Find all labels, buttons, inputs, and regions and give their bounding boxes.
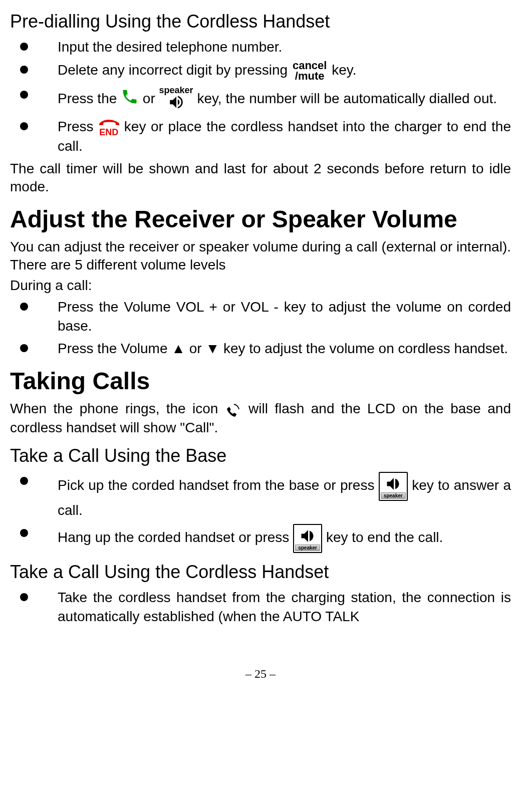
base-speaker-key-icon: speaker [293, 524, 322, 553]
adjust-volume-list: Press the Volume VOL + or VOL - key to a… [10, 298, 511, 358]
list-item: Press the or speaker key, the number wil… [10, 86, 511, 113]
cancel-mute-key-icon: cancel/mute [292, 61, 328, 82]
adjust-volume-during: During a call: [10, 277, 511, 295]
list-item: Input the desired telephone number. [10, 38, 511, 57]
text: Pick up the corded handset from the base… [58, 478, 379, 493]
list-item: Press END key or place the cordless hand… [10, 117, 511, 156]
predialling-list: Input the desired telephone number. Dele… [10, 38, 511, 156]
taking-calls-paragraph: When the phone rings, the icon will flas… [10, 400, 511, 437]
list-item: Delete any incorrect digit by pressing c… [10, 61, 511, 82]
heading-take-base: Take a Call Using the Base [10, 444, 511, 467]
list-item: Hang up the corded handset or press spea… [10, 524, 511, 553]
heading-take-cordless: Take a Call Using the Cordless Handset [10, 561, 511, 583]
text: Press the Volume VOL + or VOL - key to a… [58, 299, 511, 334]
ringing-handset-icon [225, 400, 242, 418]
heading-adjust-volume: Adjust the Receiver or Speaker Volume [10, 206, 511, 233]
list-item: Take the cordless handset from the charg… [10, 588, 511, 626]
list-item: Pick up the corded handset from the base… [10, 472, 511, 520]
speaker-key-icon: speaker [159, 86, 193, 113]
adjust-volume-intro: You can adjust the receiver or speaker v… [10, 238, 511, 275]
text: Hang up the corded handset or press [58, 529, 293, 545]
text: key or place the cordless handset into t… [58, 119, 511, 154]
text: Delete any incorrect digit by pressing [58, 62, 292, 78]
page-number: – 25 – [10, 666, 511, 681]
take-base-list: Pick up the corded handset from the base… [10, 472, 511, 553]
text: key, the number will be automatically di… [197, 90, 497, 106]
text: Press the [58, 90, 121, 106]
list-item: Press the Volume VOL + or VOL - key to a… [10, 298, 511, 336]
text: When the phone rings, the icon [10, 401, 225, 416]
list-item: Press the Volume ▲ or ▼ key to adjust th… [10, 339, 511, 358]
text: key to end the call. [326, 529, 443, 545]
text: or [143, 90, 159, 106]
text: key. [332, 62, 356, 78]
call-key-icon [121, 88, 139, 111]
heading-taking-calls: Taking Calls [10, 368, 511, 395]
base-speaker-key-icon: speaker [379, 472, 408, 501]
end-key-icon: END [98, 118, 119, 137]
text: Press the Volume ▲ or ▼ key to adjust th… [58, 341, 508, 356]
text: Input the desired telephone number. [58, 39, 282, 55]
take-cordless-list: Take the cordless handset from the charg… [10, 588, 511, 626]
text: Take the cordless handset from the charg… [58, 590, 511, 624]
heading-predialling: Pre-dialling Using the Cordless Handset [10, 10, 511, 33]
predialling-footer: The call timer will be shown and last fo… [10, 160, 511, 196]
text: Press [58, 119, 98, 134]
